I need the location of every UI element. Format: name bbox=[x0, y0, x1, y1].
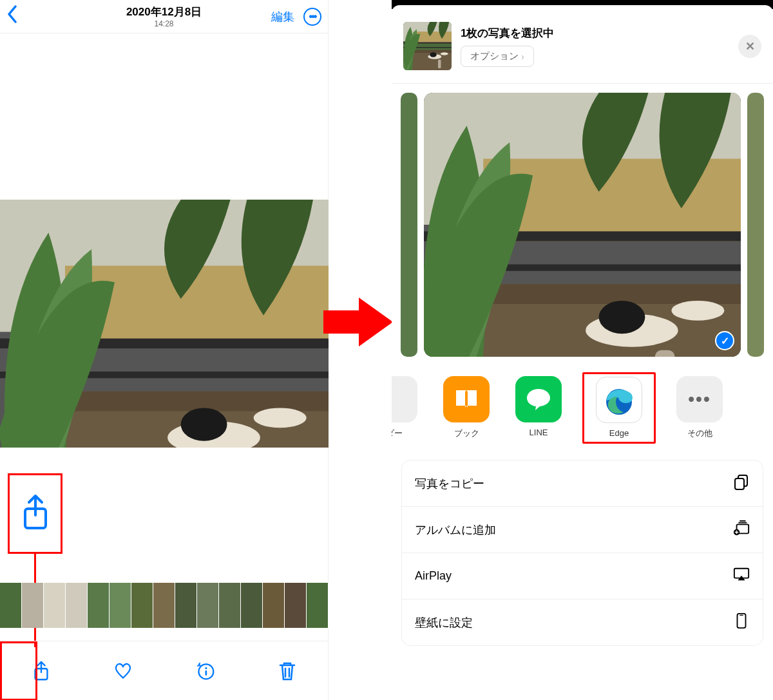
options-button[interactable]: オプション › bbox=[461, 46, 534, 67]
chevron-right-icon: › bbox=[521, 51, 524, 62]
action-label: 壁紙に設定 bbox=[415, 615, 473, 630]
detail-header: 2020年12月8日 14:28 編集 ••• bbox=[0, 0, 328, 33]
share-sheet-header: 1枚の写真を選択中 オプション › ✕ bbox=[392, 13, 773, 79]
app-label: その他 bbox=[687, 428, 712, 439]
edge-icon bbox=[596, 377, 642, 423]
action-label: AirPlay bbox=[415, 569, 452, 583]
share-apps-row[interactable]: ダー ブック LINE Edge bbox=[392, 357, 773, 444]
thumbnail[interactable] bbox=[110, 583, 131, 628]
back-button[interactable] bbox=[6, 5, 18, 28]
thumbnail[interactable] bbox=[88, 583, 110, 628]
action-copy-photo[interactable]: 写真をコピー bbox=[402, 460, 763, 507]
thumbnail[interactable] bbox=[285, 583, 307, 628]
thumbnail[interactable] bbox=[263, 583, 285, 628]
share-app-line[interactable]: LINE bbox=[510, 376, 567, 444]
more-button[interactable]: ••• bbox=[303, 8, 321, 26]
share-app-peek[interactable]: ダー bbox=[392, 376, 423, 444]
action-add-to-album[interactable]: アルバムに追加 bbox=[402, 507, 763, 553]
photo-preview-prev[interactable] bbox=[401, 93, 417, 357]
svg-rect-18 bbox=[735, 478, 744, 489]
share-sheet: 1枚の写真を選択中 オプション › ✕ ✓ ダー ブック bbox=[392, 0, 773, 700]
app-label: ダー bbox=[392, 428, 403, 439]
photo-date-title: 2020年12月8日 14:28 bbox=[126, 5, 202, 28]
edge-highlight: Edge bbox=[582, 372, 656, 444]
action-label: 写真をコピー bbox=[415, 476, 484, 491]
thumbnail[interactable] bbox=[307, 583, 329, 628]
share-app-more[interactable]: ••• その他 bbox=[671, 376, 728, 444]
selection-title: 1枚の写真を選択中 bbox=[461, 26, 729, 41]
album-add-icon bbox=[733, 520, 750, 540]
photo-preview-next[interactable] bbox=[747, 93, 764, 357]
action-set-wallpaper[interactable]: 壁紙に設定 bbox=[402, 600, 763, 645]
share-app-edge[interactable]: Edge bbox=[591, 377, 647, 438]
share-button[interactable] bbox=[32, 660, 51, 682]
main-photo[interactable] bbox=[0, 200, 329, 448]
thumbnail-strip[interactable] bbox=[0, 583, 329, 628]
airplay-icon bbox=[733, 566, 750, 586]
copy-icon bbox=[733, 473, 750, 493]
app-label: Edge bbox=[609, 428, 629, 438]
thumbnail[interactable] bbox=[131, 583, 153, 628]
svg-marker-15 bbox=[323, 298, 393, 346]
selection-thumbnail bbox=[403, 22, 452, 70]
delete-button[interactable] bbox=[278, 660, 297, 682]
thumbnail[interactable] bbox=[0, 583, 22, 628]
share-actions-list: 写真をコピー アルバムに追加 AirPlay 壁紙に設定 bbox=[402, 460, 763, 645]
action-label: アルバムに追加 bbox=[415, 522, 496, 538]
more-icon: ••• bbox=[676, 376, 723, 422]
line-icon bbox=[515, 376, 562, 422]
selected-check-icon: ✓ bbox=[715, 331, 734, 350]
arrow-icon bbox=[323, 296, 394, 348]
action-airplay[interactable]: AirPlay bbox=[402, 553, 763, 600]
options-label: オプション bbox=[470, 50, 519, 62]
svg-point-13 bbox=[205, 667, 207, 669]
thumbnail[interactable] bbox=[241, 583, 263, 628]
phone-icon bbox=[733, 612, 750, 632]
edit-button[interactable]: 編集 bbox=[271, 9, 294, 24]
close-icon: ✕ bbox=[745, 39, 755, 53]
thumbnail[interactable] bbox=[175, 583, 197, 628]
books-icon bbox=[443, 376, 490, 422]
photo-preview-selected[interactable]: ✓ bbox=[424, 93, 741, 357]
svg-rect-23 bbox=[738, 614, 746, 628]
detail-toolbar bbox=[0, 641, 329, 700]
app-label: ブック bbox=[454, 428, 479, 439]
photos-detail-view: 2020年12月8日 14:28 編集 ••• bbox=[0, 0, 329, 700]
ellipsis-icon: ••• bbox=[309, 11, 316, 23]
share-app-books[interactable]: ブック bbox=[438, 376, 495, 444]
thumbnail[interactable] bbox=[22, 583, 44, 628]
thumbnail[interactable] bbox=[66, 583, 88, 628]
share-highlight-callout bbox=[8, 473, 62, 554]
favorite-button[interactable] bbox=[113, 660, 133, 682]
photo-date: 2020年12月8日 bbox=[126, 5, 202, 19]
selected-photos-row[interactable]: ✓ bbox=[392, 93, 773, 357]
info-button[interactable] bbox=[196, 660, 215, 682]
thumbnail[interactable] bbox=[153, 583, 175, 628]
close-button[interactable]: ✕ bbox=[738, 35, 761, 58]
svg-rect-14 bbox=[205, 670, 207, 676]
photo-time: 14:28 bbox=[126, 19, 202, 28]
share-icon bbox=[20, 493, 51, 534]
thumbnail[interactable] bbox=[219, 583, 241, 628]
thumbnail[interactable] bbox=[197, 583, 219, 628]
svg-rect-24 bbox=[740, 615, 743, 616]
app-label: LINE bbox=[530, 428, 548, 437]
thumbnail[interactable] bbox=[44, 583, 66, 628]
